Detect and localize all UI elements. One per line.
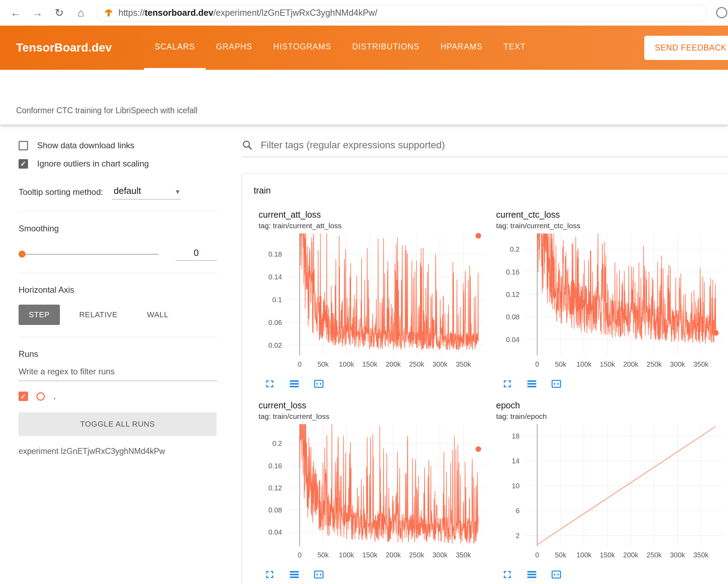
tab-distributions[interactable]: DISTRIBUTIONS (342, 26, 430, 70)
profile-avatar-icon[interactable] (716, 7, 727, 18)
data-table-icon[interactable] (288, 569, 301, 581)
svg-text:50k: 50k (317, 360, 329, 368)
svg-text:0.04: 0.04 (506, 336, 520, 344)
svg-text:0: 0 (298, 551, 302, 559)
chart-tag: tag: train/current_ctc_loss (496, 222, 727, 230)
chart-svg[interactable]: 050k100k150k200k250k300k350k26101418 (496, 421, 727, 564)
svg-text:100k: 100k (339, 551, 354, 559)
svg-text:18: 18 (512, 432, 520, 440)
data-table-icon[interactable] (288, 378, 301, 391)
fit-domain-icon[interactable] (313, 569, 325, 581)
back-icon[interactable]: ← (9, 7, 22, 18)
send-feedback-button[interactable]: SEND FEEDBACK (644, 36, 728, 60)
fit-domain-icon[interactable] (313, 378, 325, 391)
run-row: . (19, 391, 217, 402)
svg-text:0.16: 0.16 (506, 268, 520, 276)
chart-svg[interactable]: 050k100k150k200k250k300k350k0.040.080.12… (259, 421, 490, 564)
chart-plot[interactable]: 050k100k150k200k250k300k350k0.040.080.12… (259, 421, 490, 564)
home-icon[interactable]: ⌂ (74, 7, 88, 18)
smoothing-slider-thumb[interactable] (19, 251, 26, 258)
svg-text:300k: 300k (670, 360, 685, 368)
browser-chrome: ← → ↻ ⌂ https://tensorboard.dev/experime… (0, 0, 728, 26)
data-table-icon[interactable] (526, 569, 538, 581)
group-title[interactable]: train (242, 174, 728, 206)
tags-filter-input[interactable] (260, 139, 728, 151)
url-bar[interactable]: https://tensorboard.dev/experiment/lzGnE… (96, 5, 707, 21)
tab-histograms[interactable]: HISTOGRAMS (263, 26, 342, 70)
runs-filter-input[interactable] (19, 362, 217, 381)
run-checkbox[interactable] (19, 392, 28, 401)
svg-text:0.12: 0.12 (268, 484, 282, 492)
svg-text:0.12: 0.12 (506, 291, 520, 298)
svg-text:0.08: 0.08 (506, 313, 520, 321)
url-host: tensorboard.dev (145, 8, 213, 18)
smoothing-value[interactable]: 0 (176, 247, 217, 261)
svg-text:300k: 300k (432, 360, 448, 368)
reload-icon[interactable]: ↻ (53, 7, 66, 18)
svg-text:50k: 50k (317, 551, 329, 559)
top-nav: SCALARS GRAPHS HISTOGRAMS DISTRIBUTIONS … (144, 26, 536, 70)
svg-text:0: 0 (535, 551, 539, 559)
charts-grid: current_att_loss tag: train/current_att_… (242, 206, 728, 584)
main-area: train current_att_loss tag: train/curren… (228, 124, 728, 584)
fullscreen-icon[interactable] (501, 378, 514, 391)
fullscreen-icon[interactable] (263, 569, 276, 581)
chart-svg[interactable]: 050k100k150k200k250k300k350k0.040.080.12… (496, 231, 727, 374)
step-button[interactable]: STEP (19, 305, 60, 325)
svg-text:150k: 150k (362, 360, 378, 368)
svg-text:350k: 350k (456, 360, 471, 368)
svg-text:200k: 200k (386, 360, 401, 368)
toggle-all-runs-button[interactable]: TOGGLE ALL RUNS (19, 412, 217, 436)
tab-graphs[interactable]: GRAPHS (206, 26, 263, 70)
svg-text:6: 6 (516, 507, 520, 515)
fit-domain-icon[interactable] (550, 378, 563, 391)
svg-text:350k: 350k (693, 551, 709, 559)
chart-card-current-att-loss: current_att_loss tag: train/current_att_… (259, 210, 490, 394)
chart-tag: tag: train/epoch (496, 412, 727, 421)
app-logo[interactable]: TensorBoard.dev (16, 41, 112, 54)
svg-text:200k: 200k (623, 551, 639, 559)
chart-card-current-loss: current_loss tag: train/current_loss 050… (259, 400, 490, 584)
smoothing-slider[interactable] (19, 254, 159, 255)
svg-text:150k: 150k (600, 360, 615, 368)
chart-toolbar (259, 564, 490, 581)
svg-text:0.02: 0.02 (268, 341, 282, 349)
tab-text[interactable]: TEXT (493, 26, 536, 70)
divider (19, 211, 217, 212)
tooltip-sorting-row: Tooltip sorting method: default ▾ (19, 185, 217, 199)
search-icon (242, 140, 253, 151)
tooltip-sorting-dropdown[interactable]: default ▾ (112, 185, 181, 199)
chart-svg[interactable]: 050k100k150k200k250k300k350k0.020.060.10… (259, 231, 490, 374)
chart-toolbar (496, 564, 727, 581)
ignore-outliers-checkbox[interactable] (19, 159, 28, 169)
forward-icon[interactable]: → (31, 7, 44, 18)
fullscreen-icon[interactable] (263, 378, 276, 391)
svg-text:0.08: 0.08 (268, 506, 282, 514)
svg-text:350k: 350k (456, 551, 471, 559)
run-name: . (53, 391, 56, 402)
show-download-row: Show data download links (19, 141, 217, 150)
relative-button[interactable]: RELATIVE (69, 305, 128, 325)
tab-hparams[interactable]: HPARAMS (430, 26, 493, 70)
fullscreen-icon[interactable] (501, 569, 514, 581)
svg-text:2: 2 (516, 532, 520, 539)
chart-plot[interactable]: 050k100k150k200k250k300k350k0.020.060.10… (259, 231, 490, 374)
ignore-outliers-label: Ignore outliers in chart scaling (37, 159, 149, 169)
svg-text:0.2: 0.2 (510, 245, 520, 253)
svg-text:250k: 250k (646, 551, 662, 559)
chart-tag: tag: train/current_att_loss (259, 222, 490, 230)
chart-plot[interactable]: 050k100k150k200k250k300k350k26101418 (496, 421, 727, 564)
chart-tag: tag: train/current_loss (259, 412, 490, 421)
tab-scalars[interactable]: SCALARS (144, 26, 205, 70)
smoothing-label: Smoothing (19, 224, 217, 233)
svg-text:10: 10 (512, 482, 520, 490)
svg-text:150k: 150k (362, 551, 378, 559)
svg-text:0.2: 0.2 (272, 440, 282, 447)
wall-button[interactable]: WALL (137, 305, 179, 325)
chart-plot[interactable]: 050k100k150k200k250k300k350k0.040.080.12… (496, 231, 727, 374)
settings-sidebar: Show data download links Ignore outliers… (0, 124, 228, 584)
data-table-icon[interactable] (526, 378, 538, 391)
chart-title: current_ctc_loss (496, 210, 727, 220)
show-download-checkbox[interactable] (19, 141, 28, 150)
fit-domain-icon[interactable] (550, 569, 563, 581)
